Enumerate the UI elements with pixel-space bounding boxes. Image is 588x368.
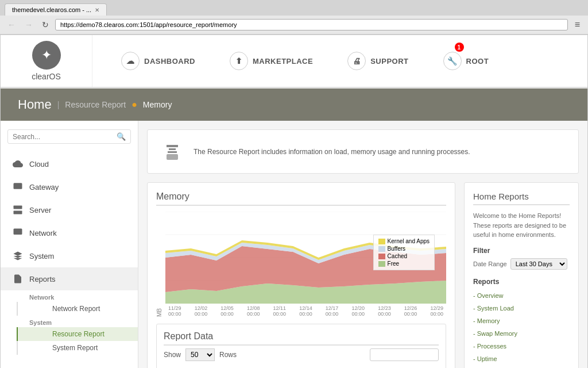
x-label-3: 12/0800:00	[247, 305, 260, 317]
sidebar-sub-item-resource-report[interactable]: Resource Report	[17, 327, 138, 341]
nav-support[interactable]: 🖨 SUPPORT	[330, 41, 425, 82]
back-button[interactable]: ←	[5, 19, 18, 30]
breadcrumb-bar: Home | Resource Report ● Memory	[1, 89, 587, 121]
search-icon[interactable]: 🔍	[117, 132, 126, 141]
svg-point-4	[20, 212, 21, 213]
x-label-6: 12/1700:00	[326, 305, 339, 317]
sidebar-item-reports[interactable]: Reports	[1, 267, 138, 290]
table-search-input[interactable]	[370, 348, 439, 361]
x-label-8: 12/2300:00	[378, 305, 391, 317]
sidebar-system-label: System	[29, 252, 54, 260]
main-content: 🔍 Cloud Gateway Server	[1, 121, 587, 368]
nav-marketplace[interactable]: ⬆ MARKETPLACE	[212, 41, 330, 82]
report-link-system-load[interactable]: - System Load	[473, 302, 570, 315]
content-row: Memory MB	[147, 182, 579, 368]
network-icon	[12, 227, 24, 239]
report-link-uptime[interactable]: - Uptime	[473, 352, 570, 365]
reports-icon	[12, 273, 24, 285]
show-row: Show 50 25 100 Rows	[164, 348, 439, 361]
server-icon	[12, 204, 24, 216]
svg-rect-9	[167, 154, 178, 160]
gateway-icon	[12, 181, 24, 193]
x-label-9: 12/2600:00	[404, 305, 417, 317]
nav-items: ☁ DASHBOARD ⬆ MARKETPLACE 🖨 SUPPORT 🔧 1 …	[104, 41, 506, 80]
report-link-swap[interactable]: - Swap Memory	[473, 327, 570, 340]
report-link-processes[interactable]: - Processes	[473, 340, 570, 352]
system-icon	[12, 250, 24, 262]
dashboard-icon: ☁	[121, 52, 140, 70]
dashboard-label: DASHBOARD	[144, 57, 195, 66]
logo-icon: ✦	[32, 41, 61, 70]
x-label-7: 12/2000:00	[351, 305, 365, 317]
legend-kernel: Kernel and Apps	[388, 238, 430, 244]
nav-root[interactable]: 🔧 1 ROOT	[426, 41, 506, 82]
sidebar-cloud-label: Cloud	[29, 160, 49, 168]
x-label-0: 11/2900:00	[168, 305, 181, 317]
sidebar-sub-header-network: Network	[1, 290, 138, 302]
sidebar-server-label: Server	[29, 206, 51, 214]
root-label: ROOT	[466, 57, 489, 66]
svg-rect-6	[167, 145, 178, 147]
logo-text: clearOS	[32, 72, 61, 81]
sidebar-item-cloud[interactable]: Cloud	[1, 152, 138, 175]
sidebar-sub-item-network-report[interactable]: Network Report	[17, 302, 138, 316]
x-label-4: 12/1100:00	[273, 305, 287, 317]
breadcrumb-resource-report[interactable]: Resource Report	[65, 100, 126, 109]
chart-legend: Kernel and Apps Buffers Cached	[373, 235, 435, 270]
search-input[interactable]	[13, 133, 117, 141]
sidebar-item-server[interactable]: Server	[1, 198, 138, 221]
refresh-button[interactable]: ↻	[39, 19, 52, 30]
legend-buffers: Buffers	[388, 246, 406, 252]
support-label: SUPPORT	[370, 57, 408, 66]
rows-label: Rows	[219, 351, 237, 359]
show-label: Show	[164, 351, 181, 359]
sidebar-sub-header-system: System	[1, 316, 138, 327]
sidebar-gateway-label: Gateway	[29, 183, 59, 191]
search-box[interactable]: 🔍	[7, 129, 131, 144]
x-label-1: 12/0200:00	[195, 305, 208, 317]
date-range-row: Date Range Last 30 Days Last 7 Days Last…	[473, 258, 570, 270]
browser-address-bar: ← → ↻ ≡	[0, 16, 588, 34]
reports-section-label: Reports	[473, 278, 570, 286]
forward-button[interactable]: →	[22, 19, 36, 30]
cloud-icon	[12, 158, 24, 170]
sidebar-item-gateway[interactable]: Gateway	[1, 175, 138, 198]
app-container: ✦ clearOS ☁ DASHBOARD ⬆ MARKETPLACE 🖨 SU…	[0, 34, 588, 368]
rows-select[interactable]: 50 25 100	[185, 348, 215, 361]
info-box: The Resource Report includes information…	[147, 129, 579, 174]
sidebar: 🔍 Cloud Gateway Server	[1, 121, 138, 368]
reports-list: - Overview - System Load - Memory - Swap…	[473, 289, 570, 365]
sidebar-network-label: Network	[29, 229, 57, 237]
browser-menu-icon[interactable]: ≡	[571, 18, 583, 31]
date-range-select[interactable]: Last 30 Days Last 7 Days Last 24 Hours	[510, 258, 567, 270]
breadcrumb-memory: Memory	[143, 100, 172, 109]
browser-tab[interactable]: themedevel.clearos.com - ... ✕	[5, 3, 107, 16]
x-label-2: 12/0500:00	[220, 305, 234, 317]
report-link-memory[interactable]: - Memory	[473, 315, 570, 327]
x-label-5: 12/1400:00	[299, 305, 312, 317]
sidebar-sub-system: System Resource Report System Report	[1, 316, 138, 355]
sidebar-item-network[interactable]: Network	[1, 221, 138, 244]
legend-free: Free	[388, 260, 400, 267]
report-link-overview[interactable]: - Overview	[473, 289, 570, 302]
root-badge: 1	[455, 43, 464, 52]
logo-area: ✦ clearOS	[12, 35, 92, 87]
chart-svg-area: 11/2900:00 12/0200:00 12/0500:00 12/0800…	[165, 212, 446, 317]
nav-dashboard[interactable]: ☁ DASHBOARD	[104, 41, 212, 82]
chart-panel: Memory MB	[147, 182, 455, 368]
close-icon[interactable]: ✕	[95, 7, 99, 13]
svg-point-3	[20, 206, 21, 208]
home-reports-title: Home Reports	[473, 191, 570, 205]
support-icon: 🖨	[347, 52, 366, 70]
breadcrumb-dot-icon: ●	[131, 99, 137, 110]
sidebar-reports-label: Reports	[29, 275, 56, 283]
browser-tab-bar: themedevel.clearos.com - ... ✕	[0, 0, 588, 16]
sidebar-sub-item-system-report[interactable]: System Report	[17, 341, 138, 355]
address-input[interactable]	[55, 19, 568, 30]
info-text: The Resource Report includes information…	[194, 148, 470, 156]
tab-title: themedevel.clearos.com - ...	[12, 6, 91, 13]
sidebar-item-system[interactable]: System	[1, 244, 138, 267]
x-label-10: 12/2900:00	[430, 305, 443, 317]
top-nav: ✦ clearOS ☁ DASHBOARD ⬆ MARKETPLACE 🖨 SU…	[1, 35, 587, 89]
date-range-label: Date Range	[473, 260, 507, 267]
